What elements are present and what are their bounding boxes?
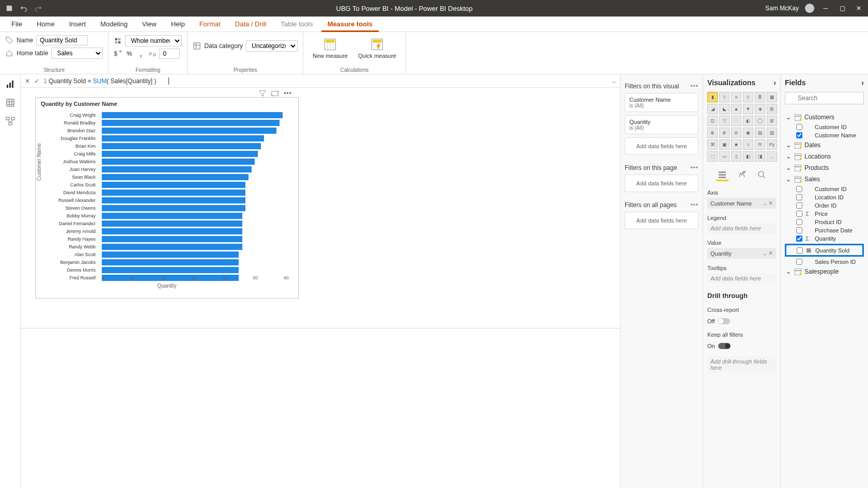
formula-bar[interactable]: ✕ ✓ 1 Quantity Sold = SUM( Sales[Quantit… [21, 74, 620, 88]
viz-analytics-tab-icon[interactable] [755, 169, 768, 181]
viz-type-icon[interactable]: ⊗ [719, 128, 730, 138]
viz-type-icon[interactable]: ∴ [731, 116, 741, 126]
bar-fill[interactable] [102, 197, 245, 203]
viz-collapse-icon[interactable]: › [773, 78, 776, 87]
field-product-id[interactable]: Product ID [785, 218, 864, 226]
viz-type-icon[interactable]: R [755, 139, 765, 150]
viz-type-icon[interactable]: ⊕ [707, 128, 718, 138]
viz-type-icon[interactable]: ⊡ [707, 116, 718, 126]
bar-row[interactable]: Carlos Scott [102, 181, 289, 188]
field-purchase-date[interactable]: Purchase Date [785, 226, 864, 234]
fields-search-input[interactable] [785, 92, 864, 104]
filters-page-more-icon[interactable]: ••• [690, 164, 699, 171]
bar-fill[interactable] [102, 182, 245, 188]
viz-type-icon[interactable]: ⊘ [731, 128, 741, 138]
tab-file[interactable]: File [5, 17, 28, 32]
viz-type-icon[interactable]: ≣ [755, 92, 765, 102]
bar-fill[interactable] [102, 128, 276, 134]
viz-type-icon[interactable]: ⫴ [743, 92, 753, 102]
keep-filters-toggle[interactable] [718, 343, 731, 349]
bar-fill[interactable] [102, 267, 239, 273]
viz-type-icon[interactable]: ▭ [719, 151, 730, 162]
avatar[interactable] [805, 4, 814, 13]
viz-type-icon[interactable]: ▤ [755, 128, 765, 138]
viz-type-icon[interactable]: ▼ [743, 104, 753, 114]
table-sales[interactable]: ⌄Sales [785, 174, 864, 185]
field-quantity[interactable]: ΣQuantity [785, 234, 864, 243]
minimize-icon[interactable]: ─ [820, 3, 831, 13]
tooltips-well[interactable]: Add data fields here [707, 273, 776, 284]
viz-type-icon[interactable]: ▯ [731, 151, 741, 162]
bar-row[interactable]: Randy Hayes [102, 235, 289, 243]
bar-row[interactable]: Brian Kim [102, 142, 289, 150]
viz-type-icon[interactable]: ▽ [719, 116, 730, 126]
comma-icon[interactable]: , [136, 50, 145, 58]
format-select[interactable]: Whole number [125, 35, 182, 46]
axis-well[interactable]: Customer Name⌵✕ [707, 198, 776, 209]
field-price[interactable]: ΣPrice [785, 210, 864, 218]
viz-type-icon[interactable]: ◣ [719, 104, 730, 114]
home-table-select[interactable]: Sales [51, 48, 103, 59]
tab-insert[interactable]: Insert [63, 17, 92, 32]
bar-row[interactable]: Benjamin Jacobs [102, 258, 289, 266]
legend-well[interactable]: Add data fields here [707, 223, 776, 233]
currency-icon[interactable]: $ ˅ [114, 50, 122, 58]
bar-fill[interactable] [102, 213, 242, 219]
add-all-filter[interactable]: Add data fields here [625, 212, 699, 229]
bar-row[interactable]: Sean Black [102, 173, 289, 181]
table-customers[interactable]: ⌄Customers [785, 112, 864, 123]
bar-row[interactable]: David Mendoza [102, 188, 289, 196]
decimals-input[interactable] [159, 49, 180, 59]
field-location-id[interactable]: Location ID [785, 193, 864, 201]
fields-collapse-icon[interactable]: › [861, 78, 864, 87]
formula-cancel-icon[interactable]: ✕ [25, 77, 30, 85]
user-name[interactable]: Sam McKay [765, 5, 799, 12]
new-measure-button[interactable]: New measure [308, 35, 352, 61]
filters-visual-more-icon[interactable]: ••• [690, 83, 699, 90]
tab-format[interactable]: Format [193, 17, 227, 32]
viz-type-icon[interactable]: ■ [731, 139, 741, 150]
bar-row[interactable]: Joshua Watkins [102, 158, 289, 165]
bar-row[interactable]: Dennis Morris [102, 266, 289, 274]
model-view-icon[interactable] [5, 116, 16, 127]
percent-icon[interactable]: % [125, 50, 133, 58]
save-icon[interactable] [4, 3, 14, 13]
viz-type-icon[interactable]: ≡ [731, 92, 741, 102]
data-view-icon[interactable] [5, 97, 16, 108]
viz-type-icon[interactable]: ▮ [707, 92, 718, 102]
bar-row[interactable]: Jeremy Arnold [102, 227, 289, 235]
bar-row[interactable]: Brandon Diaz [102, 127, 289, 134]
viz-type-icon[interactable]: ▲ [731, 104, 741, 114]
bar-row[interactable]: Steven Owens [102, 204, 289, 212]
tab-measure-tools[interactable]: Measure tools [321, 17, 379, 32]
bar-row[interactable]: Juan Harvey [102, 165, 289, 173]
bar-fill[interactable] [102, 236, 242, 242]
filter-icon[interactable] [259, 90, 266, 97]
bar-fill[interactable] [102, 221, 242, 227]
bar-fill[interactable] [102, 174, 249, 180]
viz-type-icon[interactable]: ◨ [755, 151, 765, 162]
viz-type-icon[interactable]: ▦ [767, 92, 777, 102]
viz-type-icon[interactable]: ◈ [755, 104, 765, 114]
formula-expand-icon[interactable]: ⌵ [612, 77, 616, 85]
viz-type-icon[interactable]: ⌘ [707, 139, 718, 150]
table-products[interactable]: ⌄Products [785, 162, 864, 174]
value-well[interactable]: Quantity⌵✕ [707, 248, 776, 259]
bar-fill[interactable] [102, 244, 242, 250]
viz-type-icon[interactable]: ▣ [719, 139, 730, 150]
drill-well[interactable]: Add drill-through fields here [707, 356, 776, 373]
tab-table-tools[interactable]: Table tools [274, 17, 319, 32]
bar-row[interactable]: Craig Wright [102, 111, 289, 119]
field-order-id[interactable]: Order ID [785, 201, 864, 210]
bar-row[interactable]: Alan Scott [102, 250, 289, 258]
viz-type-icon[interactable]: ◉ [743, 128, 753, 138]
table-dates[interactable]: ⌄Dates [785, 139, 864, 151]
data-category-select[interactable]: Uncategorized [246, 40, 298, 52]
add-visual-filter[interactable]: Add data fields here [625, 137, 699, 155]
tab-home[interactable]: Home [30, 17, 61, 32]
table-locations[interactable]: ⌄Locations [785, 151, 864, 162]
field-sales-person-id[interactable]: Sales Person ID [785, 258, 864, 266]
quick-measure-button[interactable]: Quick measure [354, 35, 400, 61]
viz-type-icon[interactable]: ◢ [707, 104, 718, 114]
viz-type-icon[interactable]: ⊞ [767, 116, 777, 126]
